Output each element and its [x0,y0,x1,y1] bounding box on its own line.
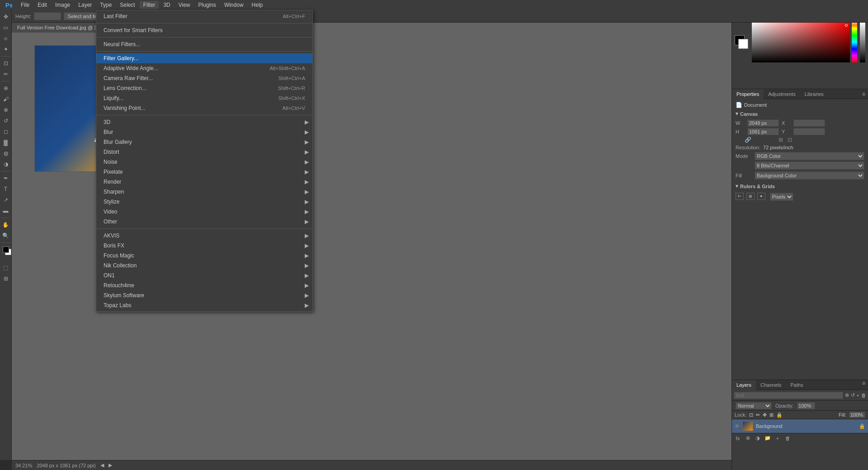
menu-on1[interactable]: ON1 ▶ [96,271,312,280]
menu-view[interactable]: View [175,1,194,9]
menu-pixelate[interactable]: Pixelate ▶ [96,167,312,177]
eraser-tool[interactable]: ◻ [1,127,11,137]
props-panel-menu[interactable]: ≡ [862,91,868,97]
menu-lens-correction[interactable]: Lens Correction... Shift+Ctrl+R [96,83,312,93]
menu-retouch4me[interactable]: Retouch4me ▶ [96,280,312,290]
move-tool[interactable]: ✥ [1,12,11,22]
menu-liquify[interactable]: Liquify... Shift+Ctrl+X [96,93,312,103]
history-brush[interactable]: ↺ [1,116,11,126]
add-group-button[interactable]: 📁 [764,435,772,442]
menu-noise[interactable]: Noise ▶ [96,157,312,167]
menu-window[interactable]: Window [221,1,247,9]
tab-adjustments[interactable]: Adjustments [764,89,800,99]
menu-filter-gallery[interactable]: Filter Gallery... [96,53,312,63]
type-tool[interactable]: T [1,184,11,194]
menu-help[interactable]: Help [248,1,267,9]
menu-ps[interactable]: Ps [2,1,16,9]
menu-camera-raw[interactable]: Camera Raw Filter... Shift+Ctrl+A [96,73,312,83]
tab-paths[interactable]: Paths [786,380,808,390]
add-layer-footer-button[interactable]: + [774,435,782,442]
dodge-tool[interactable]: ◑ [1,159,11,169]
scroll-arrow-left[interactable]: ◀ [100,462,104,468]
snap-toggle-icon[interactable]: ✦ [757,193,765,200]
brush-tool[interactable]: 🖌 [1,94,11,104]
menu-render[interactable]: Render ▶ [96,177,312,187]
fill-select[interactable]: Background Color [755,171,864,180]
menu-filter[interactable]: Filter [140,1,159,9]
fx-button[interactable]: fx [734,435,742,442]
layer-background[interactable]: 👁 Background 🔒 [732,419,868,433]
refresh-filter-icon[interactable]: ↺ [851,392,855,398]
quick-mask-tool[interactable]: ⬚ [1,263,11,273]
menu-video[interactable]: Video ▶ [96,207,312,217]
units-select[interactable]: Pixels [770,193,793,201]
menu-distort[interactable]: Distort ▶ [96,147,312,157]
canvas-height-input[interactable] [747,128,779,135]
scroll-arrow-right[interactable]: ▶ [108,462,112,468]
filter-icon[interactable]: ⊕ [845,392,849,398]
tab-libraries[interactable]: Libraries [800,89,828,99]
bit-depth-select[interactable]: 8 Bits/Channel [755,161,864,170]
menu-topaz-labs[interactable]: Topaz Labs ▶ [96,300,312,310]
lock-image-icon[interactable]: ✏ [756,412,760,418]
lasso-tool[interactable]: ⌾ [1,33,11,43]
crop-tool[interactable]: ⊡ [1,58,11,68]
fill-input[interactable] [849,412,865,418]
menu-blur[interactable]: Blur ▶ [96,127,312,137]
menu-stylize[interactable]: Stylize ▶ [96,197,312,207]
menu-skylum-software[interactable]: Skylum Software ▶ [96,290,312,300]
add-adjustment-button[interactable]: ◑ [754,435,762,442]
layers-panel-menu[interactable]: ≡ [862,380,868,389]
lock-artboard-icon[interactable]: ⊞ [769,412,774,418]
pen-tool[interactable]: ✒ [1,173,11,183]
menu-3d[interactable]: 3D ▶ [96,117,312,127]
canvas-width-input[interactable] [747,119,779,127]
menu-vanishing-point[interactable]: Vanishing Point... Alt+Ctrl+V [96,103,312,113]
menu-other[interactable]: Other ▶ [96,217,312,227]
menu-sharpen[interactable]: Sharpen ▶ [96,187,312,197]
healing-tool[interactable]: ⊕ [1,83,11,93]
height-input[interactable] [34,12,61,20]
menu-layer[interactable]: Layer [75,1,95,9]
blur-tool[interactable]: ◍ [1,148,11,158]
add-layer-icon[interactable]: + [857,393,859,398]
stamp-tool[interactable]: ⊗ [1,105,11,115]
menu-last-filter[interactable]: Last Filter Alt+Ctrl+F [96,11,312,21]
layers-search-input[interactable] [734,392,843,399]
tab-properties[interactable]: Properties [732,89,764,99]
tab-layers[interactable]: Layers [732,380,756,390]
mode-select[interactable]: RGB Color [755,152,864,160]
spectrum-slider[interactable] [852,22,857,62]
visibility-icon[interactable]: 👁 [735,423,740,429]
menu-adaptive-wide-angle[interactable]: Adaptive Wide Angle... Alt+Shift+Ctrl+A [96,63,312,73]
opacity-slider[interactable] [860,22,865,62]
shape-tool[interactable]: ▬ [1,206,11,216]
menu-edit[interactable]: Edit [34,1,51,9]
magic-wand-tool[interactable]: ✦ [1,44,11,54]
hand-tool[interactable]: ✋ [1,220,11,230]
menu-akvis[interactable]: AKVIS ▶ [96,231,312,241]
background-color-swatch[interactable] [738,39,748,49]
grid-toggle-icon[interactable]: ⊞ [746,193,755,200]
path-select-tool[interactable]: ↗ [1,195,11,205]
canvas-y-input[interactable] [793,128,825,135]
gradient-tool[interactable]: ▓ [1,138,11,147]
lock-position-icon[interactable]: ✥ [763,412,767,418]
menu-3d[interactable]: 3D [160,1,174,9]
opacity-input[interactable] [797,402,815,409]
selection-tool[interactable]: ▭ [1,23,11,33]
foreground-bg-swatch[interactable] [1,245,11,255]
add-mask-button[interactable]: ⊕ [744,435,752,442]
lock-transparent-icon[interactable]: ⊡ [749,412,753,418]
menu-convert-smart[interactable]: Convert for Smart Filters [96,25,312,35]
menu-boris-fx[interactable]: Boris FX ▶ [96,241,312,251]
zoom-tool[interactable]: 🔍 [1,231,11,241]
menu-neural-filters[interactable]: Neural Filters... [96,39,312,49]
menu-plugins[interactable]: Plugins [195,1,220,9]
delete-layer-footer-button[interactable]: 🗑 [783,435,792,442]
menu-focus-magic[interactable]: Focus Magic ▶ [96,251,312,261]
menu-type[interactable]: Type [96,1,115,9]
eyedropper-tool[interactable]: ✏ [1,69,11,79]
ruler-toggle-icon[interactable]: ⊢ [736,193,744,200]
lock-all-icon[interactable]: 🔒 [776,412,783,418]
